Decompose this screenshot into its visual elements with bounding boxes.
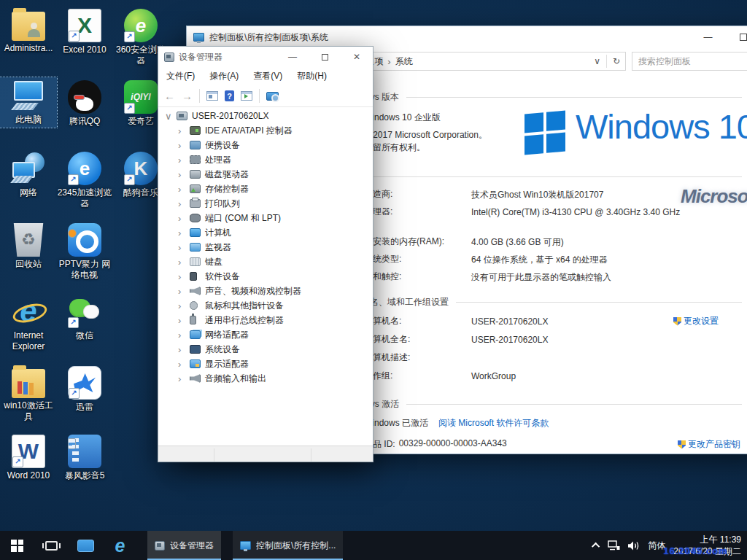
- desktop-icon-excel[interactable]: XExcel 2010: [56, 7, 113, 58]
- desktop-icon-network[interactable]: 网络: [0, 150, 57, 201]
- help-icon[interactable]: ?: [225, 90, 234, 101]
- chevron-collapsed-icon[interactable]: ›: [178, 345, 188, 354]
- change-settings-link[interactable]: 更改设置: [673, 315, 719, 327]
- minimize-button[interactable]: —: [276, 47, 309, 67]
- action-pane-icon[interactable]: [241, 91, 252, 101]
- breadcrumb-separator: ›: [387, 56, 390, 67]
- uac-shield-icon: [678, 440, 686, 449]
- chevron-collapsed-icon[interactable]: ›: [178, 243, 188, 252]
- system-window-titlebar[interactable]: 控制面板\所有控制面板项\系统 —: [187, 26, 747, 48]
- tree-item-print-queue[interactable]: ›打印队列: [159, 196, 372, 211]
- tree-item-keyboard[interactable]: ›键盘: [159, 254, 372, 269]
- chevron-collapsed-icon[interactable]: ›: [178, 155, 188, 165]
- desktop-icon-2345-browser[interactable]: e2345加速浏览器: [56, 150, 113, 211]
- chevron-collapsed-icon[interactable]: ›: [178, 374, 188, 384]
- breadcrumb-dropdown-icon[interactable]: ∨: [594, 56, 600, 66]
- row-system-type: 系统类型:64 位操作系统，基于 x64 的处理器: [364, 253, 608, 267]
- monitor-icon: [190, 243, 201, 252]
- breadcrumb-item-system[interactable]: 系统: [395, 55, 413, 68]
- chevron-collapsed-icon[interactable]: ›: [178, 184, 188, 194]
- tree-item-monitor[interactable]: ›监视器: [159, 240, 372, 254]
- search-box[interactable]: [632, 52, 747, 71]
- chevron-collapsed-icon[interactable]: ›: [178, 141, 188, 150]
- taskbar-internet-explorer[interactable]: e: [103, 531, 137, 560]
- chevron-collapsed-icon[interactable]: ›: [178, 272, 188, 281]
- device-manager-titlebar[interactable]: 设备管理器 — ✕: [158, 47, 373, 67]
- section-header-system: 系统: [344, 171, 742, 183]
- desktop-icon-internet-explorer[interactable]: eInternet Explorer: [0, 293, 57, 354]
- chevron-collapsed-icon[interactable]: ›: [178, 170, 188, 179]
- menu-view[interactable]: 查看(V): [253, 70, 282, 82]
- taskbar-button-control-panel[interactable]: 控制面板\所有控制...: [233, 531, 343, 560]
- tree-item-disk[interactable]: ›磁盘驱动器: [159, 167, 372, 182]
- chevron-collapsed-icon[interactable]: ›: [178, 214, 188, 223]
- tree-item-storage[interactable]: ›存储控制器: [159, 182, 372, 196]
- tree-item-system-device[interactable]: ›系统设备: [159, 342, 372, 357]
- tree-item-software-device[interactable]: ›软件设备: [159, 269, 372, 284]
- minimize-button[interactable]: —: [692, 26, 724, 48]
- tree-item-portable[interactable]: ›便携设备: [159, 138, 372, 152]
- tree-item-network-adapter[interactable]: ›网络适配器: [159, 327, 372, 342]
- desktop-icon-pptv[interactable]: PPTV聚力 网络电视: [56, 222, 113, 283]
- tree-item-mouse[interactable]: ›鼠标和其他指针设备: [159, 298, 372, 313]
- change-product-key-link[interactable]: 更改产品密钥: [678, 438, 740, 451]
- desktop-icon-this-pc[interactable]: 此电脑: [0, 77, 57, 128]
- tree-item-sound[interactable]: ›声音、视频和游戏控制器: [159, 284, 372, 298]
- chevron-collapsed-icon[interactable]: ›: [178, 199, 188, 209]
- refresh-icon[interactable]: ↻: [613, 56, 620, 66]
- license-terms-link[interactable]: 阅读 Microsoft 软件许可条款: [438, 417, 549, 429]
- maximize-button[interactable]: [727, 26, 747, 48]
- back-icon[interactable]: ←: [164, 90, 175, 101]
- desktop-icon-recycle-bin[interactable]: ♻回收站: [0, 222, 57, 272]
- start-button[interactable]: [0, 531, 34, 560]
- desktop-icon-word[interactable]: WWord 2010: [0, 433, 57, 483]
- blue-app-icon: [77, 540, 94, 552]
- tree-item-usb[interactable]: ›通用串行总线控制器: [159, 313, 372, 327]
- menu-action[interactable]: 操作(A): [209, 70, 239, 82]
- 360-browser-icon: e: [124, 9, 158, 42]
- menu-help[interactable]: 帮助(H): [297, 70, 327, 82]
- close-button[interactable]: ✕: [341, 47, 373, 67]
- task-view-button[interactable]: [34, 531, 69, 560]
- taskbar-button-device-manager[interactable]: 设备管理器: [147, 531, 221, 560]
- tree-item-display-adapter[interactable]: ›显示适配器: [159, 357, 372, 371]
- chevron-expanded-icon[interactable]: ∨: [165, 112, 175, 121]
- desktop-icon-qq[interactable]: 腾讯QQ: [56, 79, 113, 129]
- taskbar-clock[interactable]: 上午 11:39 2017/6/20 星期二 16.2045.com: [673, 534, 741, 557]
- desktop-icon-wechat[interactable]: 微信: [56, 293, 113, 343]
- row-manufacturer: 制造商:技术员Ghost Win10装机版201707: [364, 188, 603, 202]
- tree-item-ide[interactable]: ›IDE ATA/ATAPI 控制器: [159, 123, 372, 138]
- chevron-collapsed-icon[interactable]: ›: [178, 257, 188, 267]
- taskbar-app-blue[interactable]: [69, 531, 103, 560]
- tree-root[interactable]: ∨USER-20170620LX: [159, 109, 372, 123]
- chevron-collapsed-icon[interactable]: ›: [178, 316, 188, 325]
- desktop-icon-baofeng[interactable]: 暴风影音5: [56, 433, 113, 483]
- search-input[interactable]: [638, 56, 747, 66]
- 2345-browser-icon: e: [68, 152, 101, 185]
- desktop-icon-win10-activator[interactable]: win10激活工具: [0, 365, 57, 424]
- chevron-collapsed-icon[interactable]: ›: [178, 301, 188, 311]
- tree-item-audio-io[interactable]: ›音频输入和输出: [159, 371, 372, 386]
- chevron-collapsed-icon[interactable]: ›: [178, 359, 188, 369]
- tree-item-ports[interactable]: ›端口 (COM 和 LPT): [159, 211, 372, 225]
- speaker-tray-icon[interactable]: [628, 541, 640, 551]
- chevron-collapsed-icon[interactable]: ›: [178, 287, 188, 296]
- show-hidden-icons-chevron[interactable]: [592, 542, 600, 551]
- maximize-button[interactable]: [309, 47, 341, 67]
- menu-bar: 文件(F) 操作(A) 查看(V) 帮助(H): [158, 67, 373, 85]
- user-folder-icon: [12, 12, 45, 41]
- desktop-icon-xunlei[interactable]: 迅雷: [56, 365, 113, 415]
- tree-item-processor[interactable]: ›处理器: [159, 152, 372, 167]
- forward-icon[interactable]: →: [182, 90, 193, 101]
- desktop-icon-administrator[interactable]: Administra...: [0, 7, 57, 56]
- chevron-collapsed-icon[interactable]: ›: [178, 126, 188, 136]
- network-tray-icon[interactable]: [608, 540, 620, 551]
- row-computer-full-name: 计算机全名:USER-20170620LX: [364, 333, 548, 347]
- tree-item-computer[interactable]: ›计算机: [159, 225, 372, 240]
- ie-icon: e: [115, 537, 125, 555]
- scan-hardware-changes-icon[interactable]: [266, 92, 279, 101]
- chevron-collapsed-icon[interactable]: ›: [178, 228, 188, 238]
- menu-file[interactable]: 文件(F): [166, 70, 195, 82]
- show-console-tree-icon[interactable]: [206, 91, 218, 101]
- chevron-collapsed-icon[interactable]: ›: [178, 330, 188, 340]
